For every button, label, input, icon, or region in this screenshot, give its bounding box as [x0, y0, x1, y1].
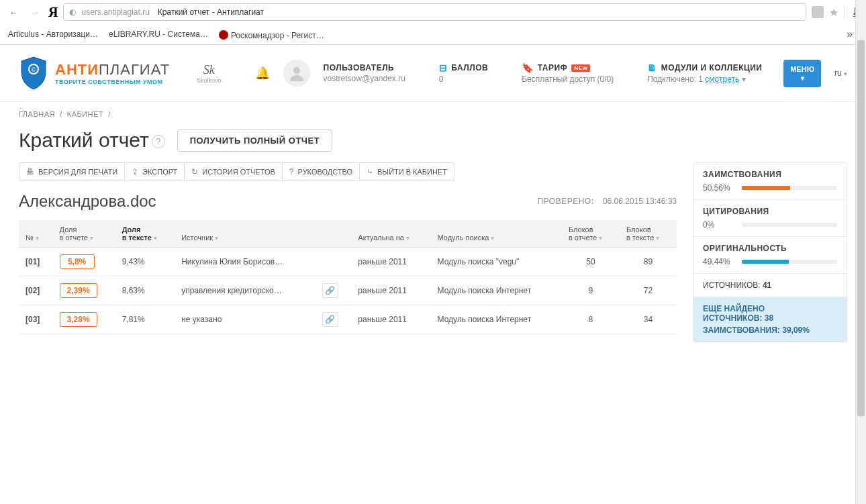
arrow-left-icon: ← [9, 7, 18, 17]
bookmark-2[interactable]: eLIBRARY.RU - Система… [109, 30, 208, 39]
tool-exit[interactable]: ⤷ВЫЙТИ В КАБИНЕТ [360, 162, 454, 181]
th-share-text[interactable]: Доляв тексте▾ [115, 220, 175, 248]
breadcrumb: ГЛАВНАЯ / КАБИНЕТ / [0, 102, 866, 126]
modules-link[interactable]: смотреть [705, 74, 739, 84]
chevron-down-icon: ▾ [844, 70, 847, 77]
modules-value: Подключено: 1 смотреть ▾ [647, 74, 762, 84]
th-module-label: Модуль поиска [438, 234, 489, 242]
borrow-pct: 50,56% [703, 183, 735, 193]
language-select[interactable]: ru ▾ [834, 68, 847, 78]
sort-icon: ▾ [656, 234, 659, 242]
modules-prefix: Подключено: [647, 74, 698, 84]
svg-text:©: © [32, 66, 36, 73]
th-actual[interactable]: Актуальна на▾ [351, 220, 430, 248]
forward-button[interactable]: → [27, 4, 43, 20]
sort-icon: ▾ [36, 234, 39, 242]
pct-badge: 2,39% [60, 283, 97, 298]
cite-section: ЦИТИРОВАНИЯ 0% [693, 200, 847, 237]
menu-label: МЕНЮ [790, 65, 814, 73]
file-icon: 🗎 [647, 62, 657, 73]
back-button[interactable]: ← [5, 4, 21, 20]
balance-value: 0 [439, 74, 488, 84]
link-icon[interactable]: 🔗 [322, 312, 338, 327]
skolkovo-logo: Sk Skolkovo [197, 63, 222, 84]
logo-plagiat: ПЛАГИАТ [99, 61, 170, 78]
borrow-fill [742, 186, 790, 190]
person-icon [288, 64, 305, 82]
scrollbar[interactable] [855, 0, 866, 356]
cite-pct: 0% [703, 220, 735, 230]
modules-label: МОДУЛИ И КОЛЛЕКЦИИ [661, 63, 763, 72]
modules-block: 🗎МОДУЛИ И КОЛЛЕКЦИИ Подключено: 1 смотре… [647, 62, 762, 84]
bookmark-star-icon[interactable]: ★ [829, 6, 838, 19]
sk-mark: Sk [197, 63, 222, 77]
more-count: 38 [765, 313, 773, 323]
tariff-label: ТАРИФ [538, 63, 568, 72]
full-report-button[interactable]: ПОЛУЧИТЬ ПОЛНЫЙ ОТЧЕТ [177, 130, 332, 152]
th-module[interactable]: Модуль поиска▾ [431, 220, 562, 248]
logo[interactable]: © АНТИПЛАГИАТ ТВОРИТЕ СОБСТВЕННЫМ УМОМ [19, 56, 170, 91]
cell-share-report: 2,39% [53, 276, 115, 305]
content-row: 🖶ВЕРСИЯ ДЛЯ ПЕЧАТИ ⇪ЭКСПОРТ ↻ИСТОРИЯ ОТЧ… [0, 162, 866, 356]
crumb-home[interactable]: ГЛАВНАЯ [19, 110, 55, 118]
th-sr-b: в отчете [60, 234, 88, 242]
tool-export-label: ЭКСПОРТ [142, 168, 177, 176]
orig-section: ОРИГИНАЛЬНОСТЬ 49,44% [693, 237, 847, 274]
cell-share-text: 7,81% [115, 305, 175, 334]
cell-blocks-report: 9 [562, 276, 620, 305]
cell-blocks-text: 72 [620, 276, 677, 305]
avatar[interactable] [283, 60, 310, 87]
bookmark-3[interactable]: Роскомнадзор - Регист… [219, 29, 324, 40]
th-sr-a: Доля [60, 225, 109, 234]
cell-module: Модуль поиска "vegu" [431, 248, 562, 276]
th-num[interactable]: №▾ [19, 220, 53, 248]
help-hint-icon[interactable]: ? [152, 135, 165, 148]
sources-label: ИСТОЧНИКОВ: [703, 281, 761, 290]
borrow-title: ЗАИМСТВОВАНИЯ [703, 170, 837, 179]
logo-subtitle: ТВОРИТЕ СОБСТВЕННЫМ УМОМ [55, 79, 170, 85]
address-row: ← → Я ◐ users.antiplagiat.ru Краткий отч… [0, 0, 866, 24]
separator [844, 5, 845, 19]
yandex-logo[interactable]: Я [48, 5, 58, 20]
side-column: ЗАИМСТВОВАНИЯ 50,56% ЦИТИРОВАНИЯ 0% ОРИГ… [693, 162, 847, 342]
extension-icon[interactable] [812, 6, 824, 18]
sort-icon: ▾ [491, 234, 494, 242]
title-bar: Краткий отчет? ПОЛУЧИТЬ ПОЛНЫЙ ОТЧЕТ [0, 126, 866, 162]
sources-row: ИСТОЧНИКОВ: 41 [693, 274, 847, 297]
checked-label: ПРОВЕРЕНО: [537, 197, 593, 206]
crumb-cabinet[interactable]: КАБИНЕТ [67, 110, 103, 118]
borrow-section: ЗАИМСТВОВАНИЯ 50,56% [693, 163, 847, 200]
table-row: [03]3,28%7,81%не указано🔗раньше 2011Моду… [19, 305, 677, 334]
tool-print-label: ВЕРСИЯ ДЛЯ ПЕЧАТИ [38, 168, 117, 176]
coins-icon: ⊟ [439, 62, 448, 73]
tool-print[interactable]: 🖶ВЕРСИЯ ДЛЯ ПЕЧАТИ [19, 162, 125, 181]
more-borrow-pct: 39,09% [782, 325, 810, 335]
menu-button[interactable]: МЕНЮ ▾ [783, 60, 821, 87]
tool-history[interactable]: ↻ИСТОРИЯ ОТЧЕТОВ [185, 162, 283, 181]
cite-title: ЦИТИРОВАНИЯ [703, 207, 837, 216]
th-source[interactable]: Источник▾ [175, 220, 315, 248]
th-br-b: в отчете [569, 234, 597, 242]
modules-count: 1 [698, 74, 703, 84]
th-share-report[interactable]: Доляв отчете▾ [53, 220, 115, 248]
link-icon[interactable]: 🔗 [322, 283, 338, 298]
sort-icon: ▾ [406, 234, 410, 242]
th-blocks-text[interactable]: Блоковв тексте▾ [620, 220, 677, 248]
doc-header: Александрова.doc ПРОВЕРЕНО: 06.06.2015 1… [19, 192, 677, 211]
scrollbar-thumb[interactable] [857, 40, 865, 356]
sk-sub: Skolkovo [197, 77, 222, 84]
more-borrow-label: ЗАИМСТВОВАНИЯ: [703, 325, 780, 335]
notifications-bell-icon[interactable]: 🔔 [255, 66, 270, 81]
address-bar[interactable]: ◐ users.antiplagiat.ru Краткий отчет - А… [63, 3, 806, 21]
cell-actual: раньше 2011 [351, 276, 430, 305]
th-actual-label: Актуальна на [358, 234, 404, 242]
tool-manual[interactable]: ?РУКОВОДСТВО [283, 162, 360, 181]
globe-icon: ◐ [69, 7, 76, 17]
orig-fill [742, 260, 789, 264]
bookmark-1[interactable]: Articulus - Авторизаци… [8, 30, 98, 39]
table-body: [01]5,8%9,43%Никулина Юлия Борисов…раньш… [19, 248, 677, 334]
tool-export[interactable]: ⇪ЭКСПОРТ [125, 162, 185, 181]
th-blocks-report[interactable]: Блоковв отчете▾ [562, 220, 620, 248]
pct-badge: 5,8% [60, 254, 95, 269]
cell-blocks-report: 8 [562, 305, 620, 334]
